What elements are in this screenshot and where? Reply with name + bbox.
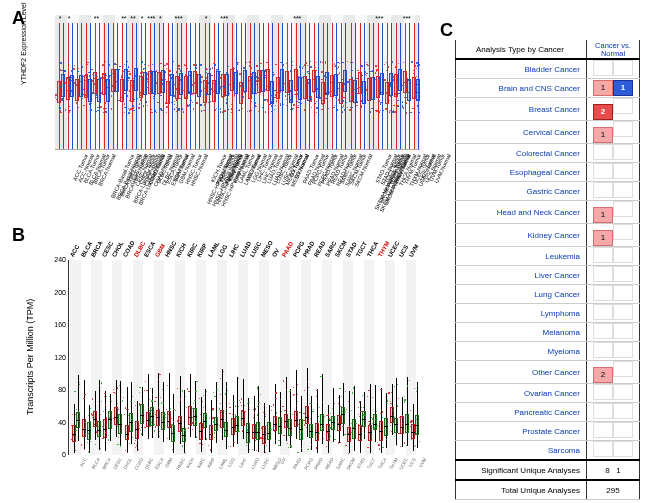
- xlabel-ESCA: ESCA: [154, 457, 164, 470]
- box-TGCT-normal: [371, 42, 375, 136]
- sig-COAD: **: [130, 15, 135, 22]
- xlabel-GBM: GBM: [164, 457, 173, 468]
- row-melanoma: Melanoma: [456, 323, 640, 342]
- cvn-cell: [586, 304, 639, 323]
- cvn-cell: 2: [586, 98, 639, 121]
- panel-a-plot-area: *****************************: [55, 15, 420, 150]
- xlabel-STAD: STAD: [356, 457, 366, 470]
- box-LAML-normal: [225, 42, 229, 136]
- box-LIHC-normal: [243, 42, 247, 136]
- box-BRCA-normal: [79, 42, 83, 136]
- cancer-name: Cervical Cancer: [456, 121, 587, 144]
- topcat-LIHC: LIHC: [228, 243, 240, 258]
- box-UCS-normal: [407, 42, 411, 136]
- footer-total-analyses: Total Unique Analyses 295: [456, 480, 640, 500]
- row-leukemia: Leukemia: [456, 247, 640, 266]
- box-CESC-normal: [115, 42, 119, 136]
- cancer-name: Sarcoma: [456, 441, 587, 461]
- cvn-cell: [586, 384, 639, 403]
- box-BRCA-Her2-normal: [97, 42, 101, 136]
- xlabel-KIRC: KIRC: [196, 457, 206, 469]
- box-SKCM-Primary-normal: [353, 42, 357, 136]
- topcat-OV: OV: [270, 247, 280, 258]
- box-CHOL-normal: [124, 42, 128, 136]
- xlabel-PCPG: PCPG: [303, 457, 314, 471]
- cvn-cell: [586, 441, 639, 461]
- panel-b-ylabel: Transcripts Per Million (TPM): [25, 299, 35, 415]
- box-UVM-normal: [416, 42, 420, 136]
- header-analysis-type: Analysis Type by Cancer: [456, 40, 587, 59]
- panel-b-boxplot: Transcripts Per Million (TPM) 0408012016…: [30, 235, 420, 490]
- cancer-name: Myeloma: [456, 342, 587, 361]
- xlabel-LIHC: LIHC: [238, 457, 247, 468]
- panel-a-xlabels: ACC.TumorACC.NormalBLCA.TumorBLCA.Normal…: [55, 153, 420, 210]
- row-head-and-neck-cancer: Head and Neck Cancer1: [456, 201, 640, 224]
- cvn-cell: [586, 247, 639, 266]
- cancer-name: Prostate Cancer: [456, 422, 587, 441]
- sig-GBM: *: [159, 15, 162, 22]
- xlabel-TGCT: TGCT: [366, 457, 376, 470]
- row-lung-cancer: Lung Cancer: [456, 285, 640, 304]
- xlabel-COAD: COAD: [134, 457, 145, 471]
- cancer-name: Melanoma: [456, 323, 587, 342]
- up-count: 1: [593, 230, 613, 246]
- xlabel-READ: READ: [324, 457, 335, 470]
- cancer-name: Kidney Cancer: [456, 224, 587, 247]
- xlabel-PRAD: PRAD: [314, 457, 325, 470]
- box-HNSC-normal: [170, 42, 174, 136]
- xlabel-UVM: UVM: [418, 457, 427, 468]
- cancer-name: Liver Cancer: [456, 266, 587, 285]
- sig-HNSC-HPVpos: ***: [175, 15, 183, 22]
- panel-c-table: Analysis Type by Cancer Cancer vs. Norma…: [455, 40, 640, 500]
- cvn-cell: [586, 422, 639, 441]
- ytick-240: 240: [48, 256, 66, 263]
- row-breast-cancer: Breast Cancer2: [456, 98, 640, 121]
- xlabel-SKCM: SKCM: [346, 457, 357, 471]
- box-LUAD-normal: [252, 42, 256, 136]
- panel-label-b: B: [12, 225, 25, 246]
- cvn-cell: [586, 144, 639, 163]
- cancer-name: Breast Cancer: [456, 98, 587, 121]
- box-MESO-normal: [270, 42, 274, 136]
- cancer-name: Colorectal Cancer: [456, 144, 587, 163]
- row-gastric-cancer: Gastric Cancer: [456, 182, 640, 201]
- row-cervical-cancer: Cervical Cancer1: [456, 121, 640, 144]
- sig-DLBC: *: [141, 15, 144, 22]
- panel-a-boxplot: YTHDF2 Expression Level (log2 RSEM) ****…: [30, 15, 420, 210]
- sig-CHOL: **: [121, 15, 126, 22]
- box-KIRP-normal: [216, 42, 220, 136]
- box-KIRC-normal: [207, 42, 211, 136]
- cancer-name: Bladder Cancer: [456, 59, 587, 79]
- xlabel-THYM: THYM: [388, 457, 399, 471]
- cvn-cell: 2: [586, 361, 639, 384]
- box-BRCA-Basal-normal: [88, 42, 92, 136]
- ytick-0: 0: [48, 451, 66, 458]
- ytick-40: 40: [48, 419, 66, 426]
- cvn-cell: 1: [586, 201, 639, 224]
- topcat-UVM: UVM: [408, 243, 420, 258]
- box-GBM-normal: [161, 42, 165, 136]
- cvn-cell: 11: [586, 79, 639, 98]
- box-PAAD-normal: [289, 42, 293, 136]
- cancer-name: Other Cancer: [456, 361, 587, 384]
- row-prostate-cancer: Prostate Cancer: [456, 422, 640, 441]
- xlabel-HNSC: HNSC: [176, 457, 187, 471]
- box-BLCA-normal: [70, 42, 74, 136]
- box-THYM-normal: [389, 42, 393, 136]
- sig-THCA: ***: [375, 15, 383, 22]
- cvn-cell: [586, 323, 639, 342]
- ytick-200: 200: [48, 289, 66, 296]
- box-HNSC-HPVneg-normal: [188, 42, 192, 136]
- box-SKCM-Metastasis-normal: [343, 42, 347, 136]
- box-STAD-normal: [362, 42, 366, 136]
- sig-BLCA: *: [68, 15, 71, 22]
- row-ovarian-cancer: Ovarian Cancer: [456, 384, 640, 403]
- topcat-KICH: KICH: [175, 242, 188, 258]
- cvn-cell: 1: [586, 224, 639, 247]
- cancer-name: Esophageal Cancer: [456, 163, 587, 182]
- up-count: 2: [593, 104, 613, 120]
- cvn-cell: [586, 59, 639, 79]
- cvn-cell: 1: [586, 121, 639, 144]
- xlabel-BRCA: BRCA: [101, 457, 112, 470]
- box-UCEC-normal: [398, 42, 402, 136]
